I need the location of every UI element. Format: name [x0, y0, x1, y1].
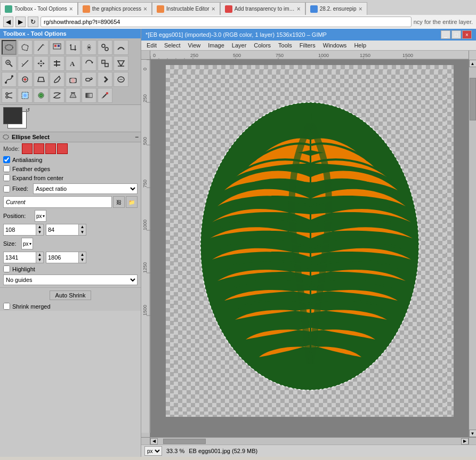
tool-ellipse-select[interactable]	[2, 40, 17, 55]
tab-close-icon[interactable]: ×	[69, 5, 73, 13]
menu-view[interactable]: View	[185, 41, 204, 50]
tab-transparency[interactable]: Add transparency to imac ×	[220, 2, 305, 15]
tool-color-select[interactable]	[18, 88, 33, 103]
tool-text[interactable]: A	[66, 56, 80, 71]
mode-subtract[interactable]	[45, 143, 56, 154]
unit-select[interactable]: px	[144, 446, 162, 456]
menu-edit[interactable]: Edit	[143, 41, 160, 50]
tool-brush[interactable]	[50, 72, 64, 87]
feather-checkbox[interactable]	[3, 165, 10, 172]
v-scroll-down[interactable]: ▼	[469, 430, 477, 437]
tool-path[interactable]	[2, 72, 17, 87]
size-w-input[interactable]	[4, 252, 36, 263]
back-button[interactable]: ◀	[3, 17, 13, 27]
tool-zoom[interactable]	[2, 56, 17, 71]
tool-eraser[interactable]	[66, 72, 80, 87]
shrink-merged-checkbox[interactable]	[3, 303, 10, 310]
size-h-up[interactable]: ▲	[78, 252, 86, 257]
minimize-button[interactable]: _	[441, 30, 450, 39]
menu-help[interactable]: Help	[351, 41, 369, 50]
color-reset-icon[interactable]: ↺	[26, 107, 30, 113]
size-h-down[interactable]: ▼	[78, 257, 86, 263]
refresh-button[interactable]: ↻	[28, 17, 38, 27]
tool-ink[interactable]	[98, 72, 112, 87]
tool-scissors[interactable]	[2, 88, 17, 103]
pos-x-up[interactable]: ▲	[36, 224, 43, 230]
tool-dodge[interactable]	[114, 72, 128, 87]
menu-filters[interactable]: Filters	[296, 41, 319, 50]
tool-eyedropper[interactable]	[98, 88, 112, 103]
tool-pencil[interactable]	[34, 40, 49, 55]
highlight-label[interactable]: Highlight	[12, 266, 35, 272]
menu-layer[interactable]: Layer	[229, 41, 250, 50]
expand-checkbox[interactable]	[3, 174, 10, 181]
mode-replace[interactable]	[22, 143, 33, 154]
tool-rotate[interactable]	[82, 56, 96, 71]
size-w-down[interactable]: ▼	[36, 257, 43, 263]
tool-flip[interactable]	[114, 56, 128, 71]
v-scroll-up[interactable]: ▲	[469, 60, 477, 67]
tool-move[interactable]	[34, 56, 49, 71]
pos-y-up[interactable]: ▲	[78, 224, 86, 230]
tool-options-collapse[interactable]: −	[135, 133, 139, 141]
size-h-input[interactable]	[46, 252, 78, 263]
expand-label[interactable]: Expand from center	[12, 175, 63, 181]
address-input[interactable]	[41, 17, 412, 27]
pos-x-input[interactable]	[4, 224, 36, 235]
current-input[interactable]	[3, 196, 112, 208]
menu-windows[interactable]: Windows	[320, 41, 350, 50]
pos-y-input[interactable]	[46, 224, 78, 235]
guides-select[interactable]: No guides	[3, 275, 138, 285]
tool-clone[interactable]	[98, 40, 112, 55]
tool-align[interactable]	[50, 56, 64, 71]
tool-fuzzy-select[interactable]	[82, 40, 96, 55]
tool-warp[interactable]	[50, 88, 64, 103]
tool-heal[interactable]	[18, 72, 33, 87]
folder-icon[interactable]: 📁	[126, 196, 138, 208]
menu-colors[interactable]: Colors	[251, 41, 274, 50]
size-unit[interactable]: px ▾	[21, 238, 33, 249]
highlight-checkbox[interactable]	[3, 265, 10, 272]
fg-color-swatch[interactable]	[3, 107, 22, 124]
tab-graphics[interactable]: the graphics process ×	[78, 2, 152, 15]
maximize-button[interactable]: □	[451, 30, 461, 39]
chain-icon[interactable]: ⛓	[113, 196, 125, 208]
feather-label[interactable]: Feather edges	[12, 166, 50, 172]
antialiasing-checkbox[interactable]	[3, 156, 10, 163]
fixed-label[interactable]: Fixed:	[12, 185, 31, 192]
tool-blend[interactable]	[82, 88, 96, 103]
auto-shrink-button[interactable]: Auto Shrink	[50, 290, 92, 300]
tool-smudge[interactable]	[114, 40, 128, 55]
tool-foreground-select[interactable]	[34, 88, 49, 103]
canvas-viewport[interactable]	[150, 60, 469, 437]
v-scroll-thumb[interactable]	[470, 78, 476, 120]
mode-intersect[interactable]	[57, 143, 68, 154]
tool-color-picker[interactable]	[50, 40, 64, 55]
tab-close-icon[interactable]: ×	[143, 5, 147, 13]
menu-image[interactable]: Image	[205, 41, 228, 50]
fixed-select[interactable]: Aspect ratio	[33, 183, 138, 194]
close-button[interactable]: ×	[462, 30, 472, 39]
tab-close-icon[interactable]: ×	[212, 5, 215, 13]
mode-add[interactable]	[34, 143, 44, 154]
tool-measure[interactable]	[18, 56, 33, 71]
h-scroll-thumb[interactable]	[163, 439, 206, 444]
h-scrollbar[interactable]: ◀ ▶	[150, 437, 469, 445]
fixed-checkbox[interactable]	[3, 185, 10, 192]
tab-close-icon[interactable]: ×	[359, 5, 362, 13]
tab-toolbox[interactable]: Toolbox - Tool Options ×	[0, 2, 78, 15]
pos-y-down[interactable]: ▼	[78, 230, 86, 235]
tool-perspective[interactable]	[34, 72, 49, 87]
shrink-merged-label[interactable]: Shrink merged	[12, 303, 51, 310]
tool-airbrush[interactable]	[82, 72, 96, 87]
position-unit[interactable]: px ▾	[35, 210, 46, 222]
tab-ensurepip[interactable]: 28.2. ensurepip ×	[305, 2, 367, 15]
tool-bucket[interactable]	[66, 88, 80, 103]
tool-crop[interactable]	[66, 40, 80, 55]
menu-tools[interactable]: Tools	[275, 41, 295, 50]
antialiasing-label[interactable]: Antialiasing	[12, 157, 42, 163]
tab-instructable[interactable]: Instructable Editor ×	[152, 2, 220, 15]
pos-x-down[interactable]: ▼	[36, 230, 43, 235]
tab-close-icon[interactable]: ×	[297, 5, 301, 13]
tool-free-select[interactable]	[18, 40, 33, 55]
